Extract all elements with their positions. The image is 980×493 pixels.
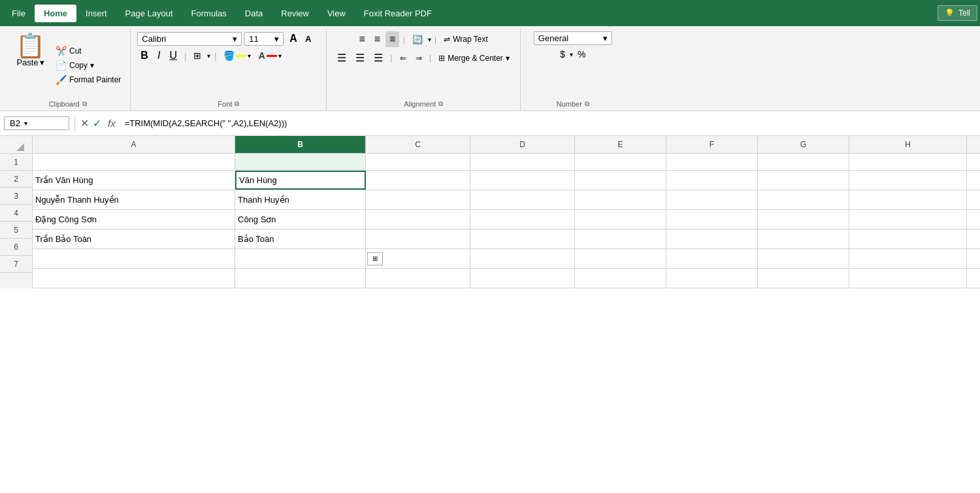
font-color-arrow[interactable]: ▾ (278, 52, 282, 60)
cell-c3[interactable] (366, 190, 470, 209)
font-increase-button[interactable]: A (286, 31, 301, 46)
underline-button[interactable]: U (166, 48, 180, 63)
cell-d3[interactable] (470, 190, 575, 209)
cell-g6[interactable] (758, 249, 849, 268)
cell-f7[interactable] (666, 269, 758, 288)
cell-b6[interactable] (235, 249, 366, 268)
cell-e4[interactable] (575, 210, 666, 229)
number-format-select[interactable]: General ▾ (534, 31, 612, 45)
cell-c6[interactable]: ⊞ (366, 249, 470, 268)
cell-f5[interactable] (666, 230, 758, 248)
font-color-button[interactable]: A ▾ (256, 49, 284, 62)
clipboard-expand-icon[interactable]: ⧉ (82, 100, 87, 108)
align-middle-button[interactable]: ≡ (370, 31, 384, 47)
menu-file[interactable]: File (3, 5, 35, 22)
cell-e3[interactable] (575, 190, 666, 209)
cell-b7[interactable] (235, 269, 366, 288)
cell-b1[interactable] (235, 154, 366, 170)
menu-insert[interactable]: Insert (76, 5, 116, 22)
row-header-3[interactable]: 3 (0, 188, 32, 205)
cell-d1[interactable] (470, 154, 575, 170)
cell-f1[interactable] (666, 154, 758, 170)
angle-text-arrow[interactable]: ▾ (428, 36, 431, 43)
cell-c1[interactable] (366, 154, 470, 170)
cell-h3[interactable] (849, 190, 967, 209)
cell-b2[interactable]: Văn Hùng (235, 171, 366, 190)
paste-button[interactable]: 📋 Paste ▾ (12, 31, 49, 99)
cell-e2[interactable] (575, 171, 666, 190)
cell-d5[interactable] (470, 230, 575, 248)
cell-h4[interactable] (849, 210, 967, 229)
merge-arrow[interactable]: ▾ (506, 54, 510, 63)
align-center-button[interactable]: ☰ (351, 50, 368, 66)
number-expand-icon[interactable]: ⧉ (585, 100, 589, 108)
cell-h6[interactable] (849, 249, 967, 268)
align-left-button[interactable]: ☰ (333, 50, 350, 66)
cell-c7[interactable] (366, 269, 470, 288)
cell-g4[interactable] (758, 210, 849, 229)
decrease-indent-button[interactable]: ⇐ (396, 52, 410, 65)
increase-indent-button[interactable]: ⇒ (412, 52, 426, 65)
row-header-6[interactable]: 6 (0, 239, 32, 256)
cell-a3[interactable]: Nguyễn Thanh Huyền (33, 190, 235, 209)
cell-a5[interactable]: Trần Bảo Toàn (33, 230, 235, 248)
font-size-select[interactable]: 11 ▾ (244, 32, 284, 46)
row-header-7[interactable]: 7 (0, 256, 32, 273)
cancel-formula-icon[interactable]: ✕ (80, 117, 89, 129)
row-header-4[interactable]: 4 (0, 205, 32, 222)
cell-a6[interactable] (33, 249, 235, 268)
menu-data[interactable]: Data (236, 5, 272, 22)
cell-d7[interactable] (470, 269, 575, 288)
copy-button[interactable]: 📄 Copy ▾ (53, 59, 123, 72)
col-header-g[interactable]: G (758, 136, 849, 153)
paste-dropdown-arrow[interactable]: ▾ (40, 58, 44, 67)
font-decrease-button[interactable]: A (302, 31, 314, 46)
percent-button[interactable]: % (574, 48, 589, 61)
col-header-a[interactable]: A (33, 136, 235, 153)
format-painter-button[interactable]: 🖌️ Format Painter (53, 73, 123, 86)
cell-g2[interactable] (758, 171, 849, 190)
accounting-arrow[interactable]: ▾ (570, 51, 573, 58)
formula-input[interactable] (122, 117, 976, 129)
menu-page-layout[interactable]: Page Layout (116, 5, 182, 22)
cell-e7[interactable] (575, 269, 666, 288)
menu-formulas[interactable]: Formulas (182, 5, 236, 22)
col-header-c[interactable]: C (366, 136, 470, 153)
font-expand-icon[interactable]: ⧉ (235, 100, 239, 108)
fill-color-button[interactable]: 🪣 ▾ (221, 49, 253, 62)
row-header-1[interactable]: 1 (0, 154, 32, 171)
cell-h5[interactable] (849, 230, 967, 248)
cell-d4[interactable] (470, 210, 575, 229)
cell-f4[interactable] (666, 210, 758, 229)
alignment-expand-icon[interactable]: ⧉ (438, 100, 443, 108)
cell-d2[interactable] (470, 171, 575, 190)
confirm-formula-icon[interactable]: ✓ (93, 117, 101, 129)
cell-g1[interactable] (758, 154, 849, 170)
align-top-button[interactable]: ≡ (355, 31, 368, 47)
row-header-2[interactable]: 2 (0, 171, 32, 188)
cell-b3[interactable]: Thanh Huyền (235, 190, 366, 209)
borders-arrow[interactable]: ▾ (207, 52, 210, 60)
fill-color-arrow[interactable]: ▾ (248, 52, 251, 60)
bold-button[interactable]: B (137, 48, 152, 63)
tell-me-input[interactable]: 💡 Tell (938, 5, 977, 21)
cell-h1[interactable] (849, 154, 967, 170)
cell-d6[interactable] (470, 249, 575, 268)
cell-reference-box[interactable]: B2 ▾ (4, 116, 69, 130)
cell-g7[interactable] (758, 269, 849, 288)
align-bottom-button[interactable]: ≡ (385, 31, 399, 47)
merge-center-button[interactable]: ⊞ Merge & Center ▾ (434, 52, 514, 65)
cell-e5[interactable] (575, 230, 666, 248)
menu-review[interactable]: Review (272, 5, 318, 22)
cell-e1[interactable] (575, 154, 666, 170)
corner-cell[interactable] (0, 136, 33, 153)
cell-c5[interactable] (366, 230, 470, 248)
cell-f3[interactable] (666, 190, 758, 209)
cell-a1[interactable] (33, 154, 235, 170)
cell-f6[interactable] (666, 249, 758, 268)
col-header-f[interactable]: F (666, 136, 758, 153)
cell-g5[interactable] (758, 230, 849, 248)
cell-a7[interactable] (33, 269, 235, 288)
menu-foxit[interactable]: Foxit Reader PDF (355, 5, 441, 22)
cell-ref-arrow[interactable]: ▾ (24, 120, 27, 127)
